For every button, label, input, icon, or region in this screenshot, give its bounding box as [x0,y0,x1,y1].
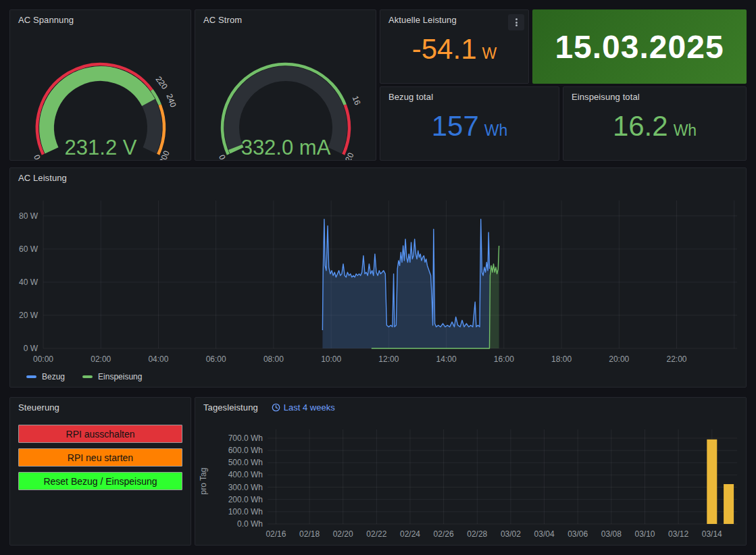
x-axis-tick-label: 03/06 [568,529,588,539]
gauge-tick-label: 0 [32,153,43,160]
gauge-value-text: 231.2 V [65,136,137,159]
bezug-total-value: 157 [432,106,479,147]
panel-title-aktuelle-leistung[interactable]: Aktuelle Leistung [388,15,457,25]
timeseries-plot[interactable]: 0 W20 W40 W60 W80 W00:0002:0004:0006:000… [10,187,746,387]
panel-ac-leistung: AC Leistung 0 W20 W40 W60 W80 W00:0002:0… [9,167,747,388]
y-axis-tick-label: 300.0 Wh [228,483,263,492]
y-axis-tick-label: 700.0 Wh [228,433,263,443]
legend-item-bezug[interactable]: Bezug [26,372,65,381]
x-axis-tick-label: 18:00 [551,354,572,364]
x-axis-tick-label: 03/04 [534,529,555,539]
y-axis-tick-label: 600.0 Wh [228,446,263,455]
series-area-bezug [322,219,489,348]
current-power-value: -54.1 [412,29,477,70]
bar-03/15 [724,484,734,524]
x-axis-tick-label: 02/28 [467,529,487,539]
y-axis-title: pro Tag [199,468,208,495]
y-axis-tick-label: 100.0 Wh [228,507,263,517]
panel-aktuelle-leistung: Aktuelle Leistung -54.1 W [380,9,529,84]
x-axis-tick-label: 02/26 [434,529,454,539]
x-axis-tick-label: 02/22 [366,529,386,539]
panel-title-ac-strom[interactable]: AC Strom [203,15,242,25]
panel-date: 15.03.2025 [532,9,747,84]
x-axis-tick-label: 16:00 [494,354,514,364]
y-axis-tick-label: 0.0 Wh [237,519,263,529]
x-axis-tick-label: 10:00 [321,354,341,364]
x-axis-tick-label: 03/10 [634,529,655,539]
x-axis-tick-label: 20:00 [609,354,629,364]
einspeisung-total-value: 16.2 [613,106,668,147]
panel-tagesleistung: Tagesleistung Last 4 weeks 0.0 Wh100.0 W… [195,397,747,546]
panel-title-bezug-total[interactable]: Bezug total [388,92,433,102]
y-axis-tick-label: 40 W [19,278,39,287]
y-axis-tick-label: 60 W [19,244,39,254]
bar-plot[interactable]: 0.0 Wh100.0 Wh200.0 Wh300.0 Wh400.0 Wh50… [195,417,746,545]
clock-icon [272,403,280,412]
gauge-tick-label: 220 [154,74,170,91]
x-axis-tick-label: 02/18 [299,529,320,539]
x-axis-tick-label: 22:00 [666,354,686,364]
y-axis-tick-label: 0 W [24,344,39,353]
x-axis-tick-label: 03/14 [702,529,722,539]
bar-03/14 [707,440,717,524]
time-range-link[interactable]: Last 4 weeks [272,402,335,413]
legend-label: Bezug [42,372,65,381]
y-axis-tick-label: 200.0 Wh [228,495,263,504]
panel-bezug-total: Bezug total 157 Wh [380,86,559,161]
panel-title-ac-leistung[interactable]: AC Leistung [18,173,67,183]
x-axis-tick-label: 00:00 [33,354,53,364]
date-value: 15.03.2025 [555,28,724,65]
x-axis-tick-label: 12:00 [378,354,399,364]
x-axis-tick-label: 03/02 [501,529,521,539]
x-axis-tick-label: 02:00 [91,354,111,364]
current-power-unit: W [482,45,497,63]
gauge-tick-label: 16 [351,95,363,107]
y-axis-tick-label: 80 W [19,211,39,221]
rpi-ausschalten-button[interactable]: RPI ausschalten [18,425,182,443]
x-axis-tick-label: 02/16 [266,529,286,539]
panel-ac-strom: AC Strom 01620332.0 mA [195,9,376,161]
legend-item-einspeisung[interactable]: Einspeisung [82,372,142,381]
rpi-neu-starten-button[interactable]: RPI neu starten [18,448,182,467]
y-axis-tick-label: 20 W [19,311,39,320]
bezug-total-unit: Wh [484,122,508,140]
reset-bezug-einspeisung-button[interactable]: Reset Bezug / Einspeisung [18,472,182,490]
einspeisung-total-unit: Wh [674,122,697,140]
ac-current-gauge: 01620332.0 mA [195,29,376,160]
dashboard: AC Spannung 0220240300231.2 V AC Strom 0… [0,0,756,555]
panel-title-einspeisung-total[interactable]: Einspeisung total [572,92,640,102]
panel-title-steuerung[interactable]: Steuerung [18,402,59,413]
x-axis-tick-label: 14:00 [436,354,457,364]
y-axis-tick-label: 500.0 Wh [228,458,263,467]
kebab-menu-icon[interactable] [508,14,524,30]
x-axis-tick-label: 03/12 [668,529,688,539]
x-axis-tick-label: 03/08 [601,529,622,539]
gauge-tick-label: 240 [164,92,178,109]
panel-title-ac-spannung[interactable]: AC Spannung [18,15,74,25]
legend-dash-icon [26,375,36,378]
x-axis-tick-label: 02/24 [400,529,420,539]
legend-label: Einspeisung [98,372,142,381]
panel-title-tagesleistung[interactable]: Tagesleistung [203,402,258,413]
gauge-tick-label: 0 [217,153,228,160]
time-range-label: Last 4 weeks [284,402,335,413]
y-axis-tick-label: 400.0 Wh [228,470,263,479]
x-axis-tick-label: 08:00 [263,354,284,364]
chart-legend: BezugEinspeisung [26,372,142,381]
panel-einspeisung-total: Einspeisung total 16.2 Wh [563,86,747,161]
x-axis-tick-label: 04:00 [148,354,168,364]
panel-ac-spannung: AC Spannung 0220240300231.2 V [9,9,191,161]
x-axis-tick-label: 06:00 [206,354,226,364]
gauge-value-arc [235,147,236,151]
ac-voltage-gauge: 0220240300231.2 V [10,29,191,160]
gauge-value-text: 332.0 mA [241,136,331,159]
legend-dash-icon [82,375,93,378]
x-axis-tick-label: 02/20 [333,529,353,539]
panel-steuerung: Steuerung RPI ausschalten RPI neu starte… [9,397,191,546]
